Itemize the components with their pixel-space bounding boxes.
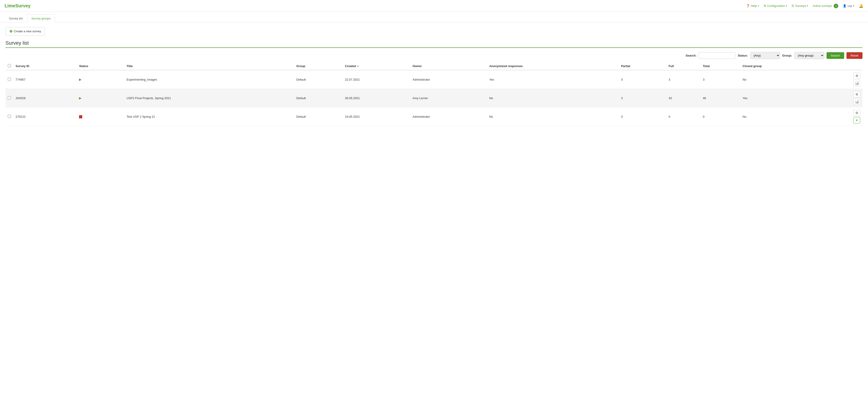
gear-button[interactable]: ⚙ — [853, 91, 860, 98]
row-checkbox-cell — [5, 70, 13, 89]
header-status: Status — [77, 62, 124, 70]
search-button[interactable]: Search — [827, 52, 844, 59]
header-checkbox-cell — [5, 62, 13, 70]
row-checkbox[interactable] — [8, 77, 11, 81]
header-owner: Owner — [410, 62, 487, 70]
row-survey-id: 774957 — [13, 70, 77, 89]
help-icon: ❓ — [746, 4, 750, 7]
gear-button[interactable]: ⚙ — [853, 110, 860, 116]
row-full: 43 — [666, 89, 701, 107]
row-anonymized: No — [487, 89, 619, 107]
row-anonymized: Yes — [487, 70, 619, 89]
reset-button[interactable]: Reset — [846, 52, 863, 59]
search-label: Search: — [686, 54, 696, 57]
status-inactive-icon — [79, 115, 82, 118]
row-total: 46 — [701, 89, 740, 107]
row-group: Default — [294, 89, 342, 107]
group-label: Group: — [782, 54, 792, 57]
row-full: 3 — [666, 70, 701, 89]
header-closed-group: Closed group — [740, 62, 823, 70]
header-anonymized: Anonymized responses — [487, 62, 619, 70]
header-group: Group — [294, 62, 342, 70]
brand-logo[interactable]: LimeSurvey — [5, 3, 30, 8]
active-surveys-label: Active surveys — [812, 4, 832, 7]
select-all-checkbox[interactable] — [8, 64, 11, 67]
row-owner: Administrator — [410, 107, 487, 126]
table-header-row: Survey ID Status Title Group Created ▼ O… — [5, 62, 863, 70]
row-title: Test USP 2 Spring 21 — [124, 107, 294, 126]
header-actions — [823, 62, 863, 70]
group-select[interactable]: (Any group) — [795, 52, 824, 59]
gear-button[interactable]: ⚙ — [853, 73, 860, 79]
row-status: ▶ — [77, 89, 124, 107]
configuration-label: Configuration — [767, 4, 785, 7]
row-survey-id: 279122 — [13, 107, 77, 126]
row-partial: 3 — [619, 89, 666, 107]
row-checkbox-cell — [5, 89, 13, 107]
surveys-label: Surveys — [795, 4, 806, 7]
row-full: 0 — [666, 107, 701, 126]
user-caret: ▾ — [853, 5, 854, 7]
create-survey-label: Create a new survey — [14, 30, 41, 33]
status-active-icon: ▶ — [79, 96, 82, 100]
row-closed-group: Yes — [740, 89, 823, 107]
configuration-icon: ⚙ — [764, 4, 766, 7]
help-menu[interactable]: ❓ Help ▾ — [746, 4, 759, 7]
create-survey-button[interactable]: ⊕ Create a new survey — [5, 27, 45, 35]
main-content: ⊕ Create a new survey Survey list Search… — [0, 23, 868, 131]
activate-button[interactable]: + — [853, 117, 860, 123]
header-total: Total — [701, 62, 740, 70]
help-caret: ▾ — [758, 5, 759, 7]
row-anonymized: No — [487, 107, 619, 126]
row-total: 3 — [701, 70, 740, 89]
row-title: Experimenting_Images — [124, 70, 294, 89]
search-row: Search: Status: (Any) Group: (Any group)… — [5, 52, 863, 59]
row-created: 22.07.2021 — [343, 70, 410, 89]
surveys-icon: ☰ — [792, 4, 794, 7]
tab-survey-list[interactable]: Survey list — [5, 14, 27, 23]
section-title: Survey list — [5, 40, 863, 46]
surveys-caret: ▾ — [807, 5, 808, 7]
active-surveys-badge: 2 — [834, 4, 838, 8]
stats-button[interactable]: 📊 — [853, 80, 860, 86]
row-status: ▶ — [77, 70, 124, 89]
row-partial: 0 — [619, 107, 666, 126]
row-checkbox-cell — [5, 107, 13, 126]
row-checkbox[interactable] — [8, 115, 11, 118]
navbar: LimeSurvey ❓ Help ▾ ⚙ Configuration ▾ ☰ … — [0, 0, 868, 12]
user-menu[interactable]: 👤 usp ▾ — [843, 4, 854, 7]
search-input[interactable] — [699, 52, 735, 59]
row-owner: Amy Lerner — [410, 89, 487, 107]
row-total: 0 — [701, 107, 740, 126]
table-row: 774957 ▶ Experimenting_Images Default 22… — [5, 70, 863, 89]
section-divider — [5, 47, 863, 48]
survey-table: Survey ID Status Title Group Created ▼ O… — [5, 62, 863, 126]
row-group: Default — [294, 107, 342, 126]
row-owner: Administrator — [410, 70, 487, 89]
row-status — [77, 107, 124, 126]
row-survey-id: 264528 — [13, 89, 77, 107]
stats-button[interactable]: 📊 — [853, 98, 860, 105]
surveys-menu[interactable]: ☰ Surveys ▾ — [792, 4, 808, 7]
bell-icon[interactable]: 🔔 — [859, 4, 863, 8]
plus-circle-icon: ⊕ — [9, 29, 12, 33]
table-row: 264528 ▶ USP2 Final Projects, Spring 202… — [5, 89, 863, 107]
row-group: Default — [294, 70, 342, 89]
row-actions: ⚙ + — [823, 107, 863, 126]
row-closed-group: No — [740, 107, 823, 126]
row-checkbox[interactable] — [8, 96, 11, 99]
table-row: 279122 Test USP 2 Spring 21 Default 19.0… — [5, 107, 863, 126]
header-full: Full — [666, 62, 701, 70]
configuration-menu[interactable]: ⚙ Configuration ▾ — [764, 4, 787, 7]
tab-survey-groups[interactable]: Survey groups — [27, 14, 55, 23]
header-created[interactable]: Created ▼ — [343, 62, 410, 70]
status-select[interactable]: (Any) — [750, 52, 780, 59]
user-label: usp — [847, 4, 852, 7]
row-title: USP2 Final Projects, Spring 2021 — [124, 89, 294, 107]
header-partial: Partial — [619, 62, 666, 70]
status-active-icon: ▶ — [79, 77, 82, 81]
user-icon: 👤 — [843, 4, 846, 7]
active-surveys-menu[interactable]: Active surveys 2 — [812, 4, 838, 8]
header-title: Title — [124, 62, 294, 70]
row-created: 30.05.2021 — [343, 89, 410, 107]
